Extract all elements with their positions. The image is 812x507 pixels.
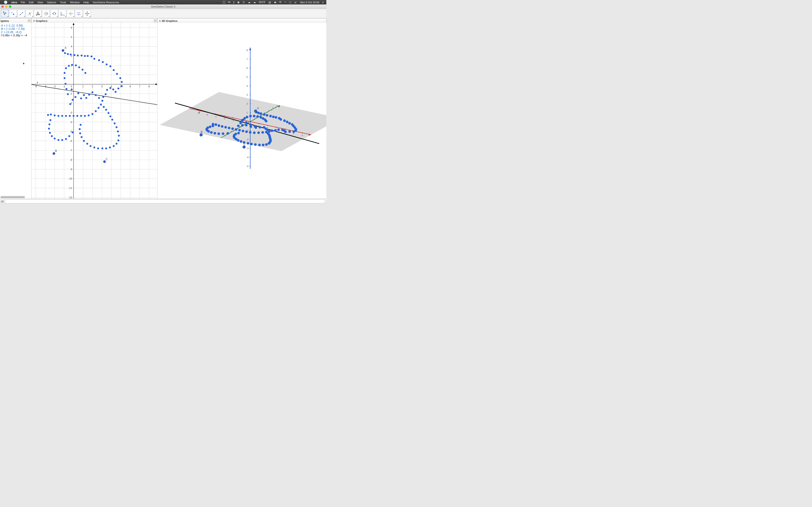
window-menu[interactable]: Window xyxy=(68,1,82,4)
svg-text:-3: -3 xyxy=(70,111,72,114)
options-menu[interactable]: Options xyxy=(45,1,58,4)
svg-point-248 xyxy=(224,115,224,116)
svg-point-139 xyxy=(87,55,89,57)
svg-point-196 xyxy=(98,107,100,109)
svg-text:2: 2 xyxy=(247,103,248,105)
svg-text:-6: -6 xyxy=(70,139,72,142)
svg-text:A: A xyxy=(257,107,259,110)
window-titlebar[interactable]: GeoGebra Classic 5 xyxy=(0,4,326,9)
plot-2d[interactable]: -4-3-2-1123456780-12-11-10-9-8-7-6-5-4-3… xyxy=(32,23,157,199)
tab-3dgraphics[interactable]: 3D Graphics xyxy=(157,18,326,23)
close-graphics-icon[interactable]: × xyxy=(154,19,156,22)
svg-point-172 xyxy=(65,88,67,90)
help-menu[interactable]: Help xyxy=(82,1,91,4)
tools-menu[interactable]: Tools xyxy=(58,1,68,4)
move-tool[interactable] xyxy=(1,10,9,17)
svg-text:-8: -8 xyxy=(70,158,72,161)
clock[interactable]: Mon 5 Oct 20:56 xyxy=(300,1,320,4)
cloud-icon[interactable]: ☁︎ xyxy=(247,1,251,4)
at-icon[interactable]: @ xyxy=(268,1,272,4)
zoom-window-button[interactable] xyxy=(9,5,11,8)
svg-point-327 xyxy=(272,115,275,118)
svg-point-271 xyxy=(233,130,234,131)
algebra-item-C[interactable]: C = (3.28, −8.2) xyxy=(0,31,31,34)
todo-icon[interactable]: ◉ xyxy=(237,1,240,4)
wifi-icon[interactable]: ⌔ xyxy=(284,1,287,4)
svg-line-129 xyxy=(32,84,157,105)
algebra-item-B[interactable]: B = (−2.08, −7.34) xyxy=(0,27,31,31)
svg-point-356 xyxy=(245,124,248,126)
circle-tool[interactable] xyxy=(42,10,50,17)
svg-text:B: B xyxy=(201,130,203,134)
display-icon[interactable]: ▢ xyxy=(288,1,292,4)
svg-point-421 xyxy=(209,125,211,128)
input-field[interactable] xyxy=(5,200,325,203)
svg-point-166 xyxy=(77,92,79,94)
svg-point-378 xyxy=(235,128,237,131)
slider-tool[interactable]: a=2 xyxy=(75,10,83,17)
app-menu[interactable]: ebra xyxy=(9,1,19,4)
reflect-tool[interactable] xyxy=(67,10,74,17)
svg-point-228 xyxy=(54,137,56,139)
svg-point-10 xyxy=(37,11,38,12)
file-menu[interactable]: File xyxy=(19,1,27,4)
svg-point-279 xyxy=(254,119,255,120)
input-bar-label: ut: xyxy=(1,200,4,203)
horizontal-scrollbar[interactable] xyxy=(0,196,25,198)
calendar-icon[interactable]: 🗒 xyxy=(242,1,246,4)
logo-icon[interactable]: ⎋ xyxy=(321,1,324,4)
conic-tool[interactable] xyxy=(50,10,58,17)
close-window-button[interactable] xyxy=(1,5,4,8)
svg-point-19 xyxy=(61,12,61,13)
svg-point-218 xyxy=(81,136,83,138)
graphics-3d-view[interactable]: -6-5-4-3-2-1123456-6-5-4-3-2-1123456-5-4… xyxy=(157,23,326,199)
svg-point-21 xyxy=(64,14,64,15)
volume-icon[interactable]: 🔉 xyxy=(294,1,298,4)
algebra-item-A[interactable]: A = (−1.12, 3.58) xyxy=(0,24,31,27)
svg-point-149 xyxy=(121,81,123,83)
svg-point-410 xyxy=(237,132,240,134)
svg-point-187 xyxy=(65,115,67,117)
ime-status[interactable]: 中 xyxy=(278,0,283,4)
svg-point-201 xyxy=(109,115,111,117)
point-tool[interactable]: A xyxy=(9,10,17,17)
tab-graphics[interactable]: Graphics × xyxy=(32,18,157,23)
status-icon[interactable]: ◯ xyxy=(222,1,226,4)
svg-point-332 xyxy=(286,121,289,123)
tab-algebra[interactable]: lgebra × xyxy=(0,18,32,23)
angle-tool[interactable] xyxy=(58,10,66,17)
svg-point-346 xyxy=(271,129,273,132)
tab-graphics-label: Graphics xyxy=(36,19,47,22)
apple-menu-icon[interactable]: 🕙 xyxy=(2,0,9,4)
wechat-icon[interactable]: ✉︎ xyxy=(227,1,231,4)
plot-3d[interactable]: -6-5-4-3-2-1123456-6-5-4-3-2-1123456-5-4… xyxy=(157,23,326,199)
view-menu[interactable]: View xyxy=(36,1,45,4)
geogebra-resources-menu[interactable]: GeoGebra Resources xyxy=(91,1,121,4)
mic-icon[interactable]: ⏏ xyxy=(273,1,277,4)
move-view-tool[interactable] xyxy=(83,10,91,17)
svg-point-23 xyxy=(69,13,70,14)
algebra-panel[interactable]: A = (−1.12, 3.58) B = (−2.08, −7.34) C =… xyxy=(0,23,32,199)
svg-text:B: B xyxy=(55,149,57,153)
minimize-window-button[interactable] xyxy=(5,5,7,8)
svg-point-135 xyxy=(73,54,75,56)
svg-point-206 xyxy=(118,135,120,136)
perpendicular-tool[interactable] xyxy=(26,10,33,17)
svg-point-250 xyxy=(233,117,233,118)
graphics-2d-view[interactable]: -4-3-2-1123456780-12-11-10-9-8-7-6-5-4-3… xyxy=(32,23,157,199)
svg-point-222 xyxy=(47,114,49,116)
macos-menubar: 🕙 ebra File Edit View Options Tools Wind… xyxy=(0,0,326,4)
svg-point-137 xyxy=(81,54,83,56)
svg-text:-10: -10 xyxy=(68,177,72,180)
algebra-item-f[interactable]: f 0.86x + 5.36y = −4 xyxy=(0,34,31,37)
svg-point-374 xyxy=(221,125,223,128)
svg-point-224 xyxy=(68,135,70,137)
edit-menu[interactable]: Edit xyxy=(27,1,36,4)
svg-point-162 xyxy=(88,94,90,96)
network-status[interactable]: 201字 xyxy=(258,0,266,4)
line-tool[interactable] xyxy=(17,10,25,17)
svg-point-185 xyxy=(58,115,59,117)
close-algebra-icon[interactable]: × xyxy=(28,19,31,22)
weather-icon[interactable]: ☁ xyxy=(253,1,257,4)
polygon-tool[interactable] xyxy=(34,10,42,17)
